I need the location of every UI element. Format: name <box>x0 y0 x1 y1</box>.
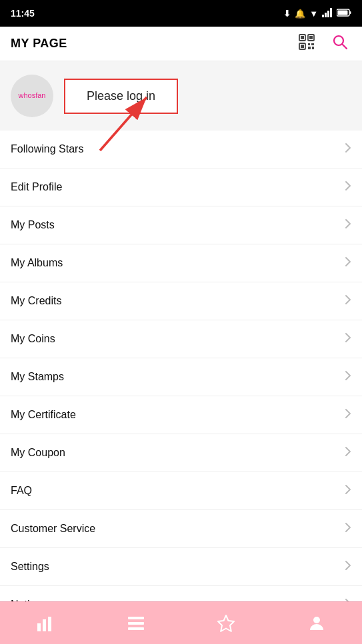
menu-item-following-stars[interactable]: Following Stars <box>0 131 362 168</box>
status-icons: ⬇ 🔔 ▼ <box>283 8 351 19</box>
nav-star[interactable] <box>181 602 272 644</box>
menu-item-label: My Certificate <box>11 409 76 421</box>
status-time: 11:45 <box>11 8 35 19</box>
menu-item-settings[interactable]: Settings <box>0 548 362 586</box>
svg-rect-13 <box>308 43 310 45</box>
chevron-right-icon <box>345 143 351 156</box>
notification-icon: 🔔 <box>295 9 305 19</box>
bottom-nav <box>0 601 362 644</box>
download-icon: ⬇ <box>283 9 291 19</box>
svg-rect-10 <box>309 36 313 39</box>
signal-icon <box>322 8 333 19</box>
chevron-right-icon <box>345 294 351 308</box>
chevron-right-icon <box>345 484 351 497</box>
qr-button[interactable] <box>295 31 318 57</box>
menu-item-label: My Stamps <box>11 371 64 383</box>
search-button[interactable] <box>329 31 351 57</box>
status-bar: 11:45 ⬇ 🔔 ▼ <box>0 0 362 27</box>
menu-item-my-credits[interactable]: My Credits <box>0 282 362 320</box>
svg-rect-3 <box>330 8 332 17</box>
nav-list[interactable] <box>91 602 181 644</box>
chevron-right-icon <box>345 560 351 573</box>
svg-rect-15 <box>308 47 311 49</box>
menu-item-label: My Credits <box>11 295 61 307</box>
menu-item-my-certificate[interactable]: My Certificate <box>0 396 362 434</box>
star-icon <box>217 614 235 633</box>
chevron-right-icon <box>345 446 351 460</box>
menu-item-label: Settings <box>11 561 49 573</box>
menu-item-customer-service[interactable]: Customer Service <box>0 510 362 548</box>
header: MY PAGE <box>0 27 362 61</box>
menu-item-edit-profile[interactable]: Edit Profile <box>0 168 362 206</box>
list-icon <box>127 614 145 633</box>
menu-item-label: Following Stars <box>11 143 83 155</box>
svg-rect-6 <box>338 11 348 15</box>
svg-rect-14 <box>311 43 314 45</box>
chevron-right-icon <box>345 370 351 384</box>
menu-item-my-coins[interactable]: My Coins <box>0 320 362 358</box>
menu-item-my-stamps[interactable]: My Stamps <box>0 358 362 396</box>
menu-item-label: Customer Service <box>11 523 95 535</box>
svg-rect-12 <box>301 45 304 48</box>
chevron-right-icon <box>345 408 351 422</box>
chevron-right-icon <box>345 218 351 232</box>
svg-point-28 <box>313 617 320 623</box>
menu-item-label: My Coupon <box>11 447 65 459</box>
svg-rect-1 <box>325 13 327 17</box>
svg-rect-5 <box>350 11 351 14</box>
menu-item-label: My Coins <box>11 333 55 345</box>
wifi-icon: ▼ <box>309 9 318 19</box>
person-icon <box>307 614 326 633</box>
avatar: whosfan <box>11 75 53 117</box>
time-display: 11:45 <box>11 8 35 19</box>
menu-item-label: My Posts <box>11 219 55 231</box>
chevron-right-icon <box>345 332 351 346</box>
menu-item-my-albums[interactable]: My Albums <box>0 244 362 282</box>
svg-rect-21 <box>37 623 41 631</box>
avatar-text: whosfan <box>19 91 46 100</box>
menu-list: Following StarsEdit ProfileMy PostsMy Al… <box>0 131 362 644</box>
qr-icon <box>298 33 315 51</box>
profile-section: whosfan Please log in <box>0 61 362 131</box>
chevron-right-icon <box>345 180 351 194</box>
page-title: MY PAGE <box>11 37 67 51</box>
nav-chart[interactable] <box>0 602 91 644</box>
svg-line-18 <box>343 44 347 49</box>
svg-rect-24 <box>128 617 144 619</box>
chevron-right-icon <box>345 256 351 270</box>
menu-item-faq[interactable]: FAQ <box>0 472 362 510</box>
svg-rect-22 <box>43 619 46 631</box>
svg-rect-25 <box>128 622 144 625</box>
svg-marker-27 <box>218 615 234 631</box>
nav-person[interactable] <box>271 602 362 644</box>
login-prompt-box[interactable]: Please log in <box>64 79 178 114</box>
login-prompt-text: Please log in <box>87 89 155 103</box>
menu-item-my-coupon[interactable]: My Coupon <box>0 434 362 472</box>
svg-rect-8 <box>301 36 304 39</box>
svg-rect-16 <box>312 47 314 49</box>
svg-rect-23 <box>48 617 51 631</box>
menu-item-label: My Albums <box>11 257 63 269</box>
menu-item-my-posts[interactable]: My Posts <box>0 206 362 244</box>
header-actions <box>295 31 351 57</box>
menu-item-label: Edit Profile <box>11 181 62 193</box>
svg-rect-0 <box>322 15 324 17</box>
menu-item-label: FAQ <box>11 485 32 497</box>
search-icon <box>331 33 349 51</box>
chart-icon <box>36 614 55 633</box>
battery-icon <box>337 8 351 19</box>
svg-rect-26 <box>128 627 144 630</box>
svg-rect-2 <box>327 11 329 17</box>
chevron-right-icon <box>345 522 351 535</box>
